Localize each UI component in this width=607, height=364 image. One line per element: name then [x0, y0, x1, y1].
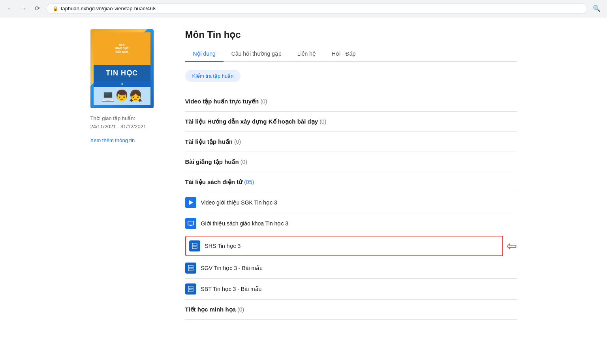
- page-content: NXBGIÁO DỤCVIỆT NAM TIN HỌC 3 💻👦👧 Thời g…: [67, 17, 541, 332]
- item-label-gioi-thieu-sach: Giới thiệu sách giáo khoa Tin học 3: [201, 220, 289, 227]
- tab-noi-dung[interactable]: Nội dung: [185, 47, 224, 62]
- item-gioi-thieu-sach[interactable]: Giới thiệu sách giáo khoa Tin học 3: [185, 213, 517, 234]
- red-arrow-annotation: ⇦: [506, 240, 517, 252]
- tab-hoi-dap[interactable]: Hỏi - Đáp: [324, 47, 363, 62]
- training-time: Thời gian tập huấn: 24/11/2021 - 31/12/2…: [90, 114, 169, 131]
- pdf-file-icon-3: PDF: [188, 286, 194, 292]
- section-count-6: (0): [237, 306, 244, 313]
- section-title-4: Bài giảng tập huấn: [185, 158, 241, 165]
- check-training-button[interactable]: Kiểm tra tập huấn: [185, 70, 241, 82]
- section-count-1: (0): [260, 98, 267, 105]
- item-label-sgv: SGV Tin học 3 - Bài mẫu: [201, 265, 263, 271]
- forward-button[interactable]: →: [18, 3, 29, 14]
- address-bar[interactable]: 🔒 taphuan.nxbgd.vn/giao-vien/tap-huan/46…: [47, 3, 587, 14]
- section-video-tap-huan: Video tập huấn trực tuyến (0): [185, 92, 517, 112]
- item-label-sbt: SBT Tin học 3 - Bài mẫu: [201, 286, 262, 292]
- browser-chrome: ← → ⟳ 🔒 taphuan.nxbgd.vn/giao-vien/tap-h…: [0, 0, 607, 17]
- book-logo: NXBGIÁO DỤCVIỆT NAM: [115, 44, 129, 54]
- section-sach-dien-tu: Tài liệu sách điện tử (05): [185, 172, 517, 192]
- pdf-icon-sbt: PDF: [185, 283, 196, 295]
- book-illustration: 💻👦👧: [101, 89, 143, 102]
- video-icon: [185, 197, 196, 208]
- reload-button[interactable]: ⟳: [32, 3, 43, 14]
- tab-lien-he[interactable]: Liên hệ: [289, 47, 324, 62]
- section-tai-lieu-huong-dan: Tài liệu Hướng dẫn xây dựng Kế hoạch bài…: [185, 112, 517, 132]
- training-time-label: Thời gian tập huấn:: [90, 114, 169, 123]
- main-content: Môn Tin học Nội dung Câu hỏi thường gặp …: [185, 29, 517, 320]
- section-count-3: (0): [234, 139, 241, 145]
- item-label-shs: SHS Tin học 3: [205, 243, 241, 249]
- section-count-2: (0): [319, 118, 326, 125]
- item-label-video-gioi-thieu: Video giới thiệu SGK Tin học 3: [201, 199, 277, 206]
- training-time-value: 24/11/2021 - 31/12/2021: [90, 123, 169, 131]
- pdf-file-icon: PDF: [192, 243, 198, 249]
- book-cover-image: NXBGIÁO DỤCVIỆT NAM TIN HỌC 3 💻👦👧: [90, 29, 154, 108]
- sidebar: NXBGIÁO DỤCVIỆT NAM TIN HỌC 3 💻👦👧 Thời g…: [90, 29, 169, 320]
- section-count-4: (0): [241, 159, 247, 165]
- arrow-left-icon: ⇦: [506, 240, 517, 252]
- back-button[interactable]: ←: [5, 3, 16, 14]
- section-title-1: Video tập huấn trực tuyến: [185, 98, 261, 105]
- pdf-icon-sgv: PDF: [185, 263, 196, 274]
- section-count-5: (05): [244, 179, 254, 185]
- svg-text:PDF: PDF: [193, 245, 197, 247]
- pdf-file-icon-2: PDF: [188, 265, 194, 271]
- svg-marker-0: [189, 200, 193, 205]
- page-title: Môn Tin học: [185, 29, 517, 40]
- url-text: taphuan.nxbgd.vn/giao-vien/tap-huan/468: [61, 6, 156, 11]
- book-subtitle: 3: [121, 82, 123, 86]
- monitor-icon: [185, 218, 196, 229]
- section-bai-giang-tap-huan: Bài giảng tập huấn (0): [185, 152, 517, 172]
- section-tiet-hoc-minh-hoa: Tiết học minh họa (0): [185, 300, 517, 320]
- svg-text:PDF: PDF: [189, 288, 193, 290]
- section-title-2: Tài liệu Hướng dẫn xây dựng Kế hoạch bài…: [185, 118, 320, 125]
- more-info-link[interactable]: Xem thêm thông tin: [90, 137, 169, 143]
- item-sbt-tin-hoc-3[interactable]: PDF SBT Tin học 3 - Bài mẫu: [185, 279, 517, 300]
- tabs-bar: Nội dung Câu hỏi thường gặp Liên hệ Hỏi …: [185, 47, 517, 62]
- svg-text:PDF: PDF: [189, 267, 193, 269]
- item-shs-tin-hoc-3[interactable]: PDF SHS Tin học 3: [185, 236, 503, 256]
- section-title-3: Tài liệu tập huấn: [185, 138, 235, 145]
- lock-icon: 🔒: [53, 6, 58, 11]
- browser-nav: ← → ⟳: [5, 3, 43, 14]
- section-title-5: Tài liệu sách điện tử: [185, 178, 244, 185]
- monitor-display-icon: [188, 220, 194, 227]
- play-triangle-icon: [188, 199, 194, 206]
- search-icon: 🔍: [593, 5, 601, 12]
- browser-search-button[interactable]: 🔍: [591, 3, 602, 14]
- item-sgv-tin-hoc-3[interactable]: PDF SGV Tin học 3 - Bài mẫu: [185, 258, 517, 279]
- section-title-6: Tiết học minh họa: [185, 306, 238, 313]
- tab-cau-hoi[interactable]: Câu hỏi thường gặp: [224, 47, 289, 62]
- svg-rect-1: [188, 221, 194, 225]
- book-title: TIN HỌC: [106, 69, 138, 77]
- section-tai-lieu-tap-huan: Tài liệu tập huấn (0): [185, 132, 517, 152]
- pdf-icon-shs: PDF: [189, 240, 200, 251]
- item-video-gioi-thieu[interactable]: Video giới thiệu SGK Tin học 3: [185, 192, 517, 213]
